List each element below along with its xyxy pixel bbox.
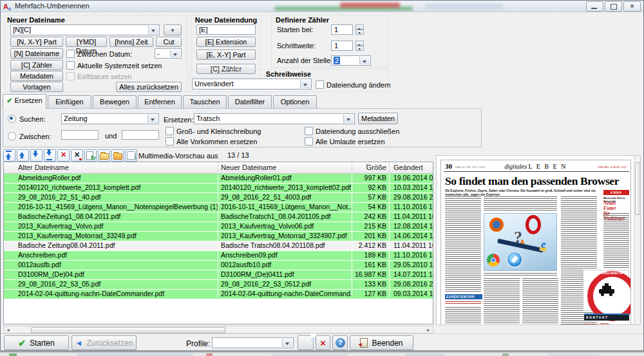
chevron-down-icon[interactable] [147,115,158,123]
metadata-button[interactable]: Metadaten [10,71,63,81]
case-sensitive-checkbox[interactable] [166,127,174,135]
between-from-input[interactable] [61,130,99,140]
header-size[interactable]: Größe [352,162,390,173]
table-row[interactable]: 29_08_2016_22_53_05.pdf 29_08_2016_22_53… [4,280,433,290]
time-button[interactable]: [hnns] Zeit [109,37,153,47]
extension-pattern-input[interactable]: [E] [196,24,256,35]
table-row[interactable]: Badische Zeitung08.04.2011.pdf Badische … [4,241,433,251]
replace-combo[interactable]: Tratsch [194,113,355,124]
move-bottom-icon[interactable] [44,149,56,162]
refresh-icon[interactable]: ↻ [84,149,97,162]
pattern-menu-button[interactable]: ▼ [164,24,182,35]
delete-profile-button[interactable]: × [316,335,330,350]
templates-button[interactable]: Vorlagen [10,82,63,92]
start-at-input[interactable]: 1 [331,24,353,35]
scrollbar-thumb[interactable] [31,327,225,333]
step-input[interactable]: 1 [331,41,353,51]
exclude-extension-checkbox[interactable] [305,127,313,135]
table-row[interactable]: AbmeldungRoller.pdf AbmeldungRoller01.pd… [4,174,433,183]
pattern-combo[interactable]: [N][C] [10,24,160,35]
multimedia-preview-checkbox[interactable] [127,151,135,160]
tab[interactable]: Bewegen [93,95,137,109]
chevron-down-icon[interactable] [300,80,310,88]
table-row[interactable]: 2013_Kaufvertrag_Motorrad_33249.pdf 2013… [4,232,433,241]
filename-button[interactable]: [N] Dateiname [10,48,63,59]
move-down-icon[interactable] [30,149,43,162]
chevron-down-icon[interactable] [148,26,158,34]
tab[interactable]: Einfügen [48,95,91,109]
help-button[interactable]: ? [332,335,348,350]
header-new-name[interactable]: Neuer Dateiname [218,162,352,173]
move-up-icon[interactable] [17,149,29,162]
between-date-checkbox[interactable] [66,50,75,58]
chevron-down-icon[interactable] [170,50,180,57]
between-radio[interactable] [8,132,16,140]
reset-all-button[interactable]: Alles zurücksetzen [116,82,182,92]
tab[interactable]: Optionen [273,95,317,109]
chevron-down-icon[interactable] [359,57,370,64]
between-label: Zwischen: [19,133,52,140]
between-to-input[interactable] [122,130,159,140]
np-text-column [484,278,520,325]
horizontal-scrollbar[interactable]: ◄ ► [3,326,433,333]
step-spinner[interactable] [355,41,364,51]
add-folder-icon[interactable] [111,149,124,162]
group-title: Neuer Dateiname [7,16,65,24]
tab[interactable]: Dateifilter [228,95,272,109]
move-top-icon[interactable] [3,149,15,162]
tab[interactable]: Tauschen [183,95,227,109]
cut-button[interactable]: Cut [156,37,182,47]
reset-button[interactable]: ◄Zurücksetzen [71,335,137,350]
date-cell: 09.03.2014 17: [391,290,433,298]
all-occurrences-checkbox[interactable] [166,137,174,145]
scroll-right-icon[interactable]: ► [426,328,431,332]
table-row[interactable]: 2013_Kaufvertrag_Volvo.pdf 2013_Kaufvert… [4,222,433,232]
change-ext-checkbox[interactable] [316,80,324,89]
quit-button[interactable]: Beenden [350,335,413,350]
header-old-name[interactable]: Alter Dateiname [15,162,218,173]
date-button[interactable]: [YMD] Datum [66,37,107,47]
ext-part-button[interactable]: [E, X-Y] Part [196,50,256,60]
scroll-left-icon[interactable]: ◄ [6,328,10,332]
chevron-down-icon[interactable] [343,115,354,123]
case-combo[interactable]: Unverändert [192,79,312,89]
search-combo[interactable]: Zeitung [61,113,159,124]
table-row[interactable]: BadischeZeitung1_08.04.2011.pdf Badische… [4,212,433,222]
close-button[interactable]: × [623,1,641,12]
table-row[interactable]: D3100RM_(De)04.pdf D3100RM_(De)0411.pdf … [4,270,433,280]
minimize-button[interactable] [586,1,603,12]
table-row[interactable]: 2014-02-04-quittung-nachn-DateCommander.… [4,290,433,299]
tab-label: Optionen [281,98,310,106]
metadata-button-2[interactable]: Metadaten [358,113,398,124]
date-separator-combo[interactable]: - [155,48,182,59]
open-folder-icon[interactable] [98,149,110,162]
tab[interactable]: Ersetzen [3,94,46,109]
table-row[interactable]: 20140120_richtwerte_2013_komplett.pdf 20… [4,183,433,193]
background-window-artifact [426,4,503,9]
part-button[interactable]: [N, X-Y] Part [10,37,63,47]
start-button[interactable]: ✔Starten [4,335,69,350]
table-row[interactable]: 29_08_2016_22_51_40.pdf 29_08_2016_22_51… [4,193,433,203]
save-profile-button[interactable] [298,335,314,350]
remove-all-icon[interactable]: × [71,149,83,162]
umlauts-checkbox[interactable] [305,137,313,145]
extension-button[interactable]: [E] Extension [196,37,256,47]
counter-button[interactable]: [C] Zähler [10,60,63,70]
tab[interactable]: Entfernen [138,95,182,109]
digits-combo[interactable]: 2 [331,55,371,66]
table-row[interactable]: 0012ausfb.pdf 0012ausfb10.pdf 161 KB 29.… [4,261,433,270]
preview-scrollbar-thumb[interactable] [635,162,641,215]
systime-checkbox[interactable] [66,61,75,70]
maximize-button[interactable] [605,1,622,12]
table-row[interactable]: 2016-10-11_41569_Lütgens_Manon__Notenspi… [4,203,433,212]
remove-file-icon[interactable]: × [57,149,70,162]
table-row[interactable]: Anschreiben.pdf Anschreiben09.pdf 189 KB… [4,251,433,261]
profile-combo[interactable] [212,337,294,348]
date-cell: 29.08.2016 21: [391,193,433,201]
search-radio[interactable] [8,115,16,123]
chevron-down-icon[interactable] [282,339,292,347]
np-section-caps: L E B E N [529,163,567,170]
arrow-left-icon: ◄ [75,339,83,348]
start-at-spinner[interactable] [355,24,364,35]
preview-scrollbar[interactable] [634,156,640,324]
